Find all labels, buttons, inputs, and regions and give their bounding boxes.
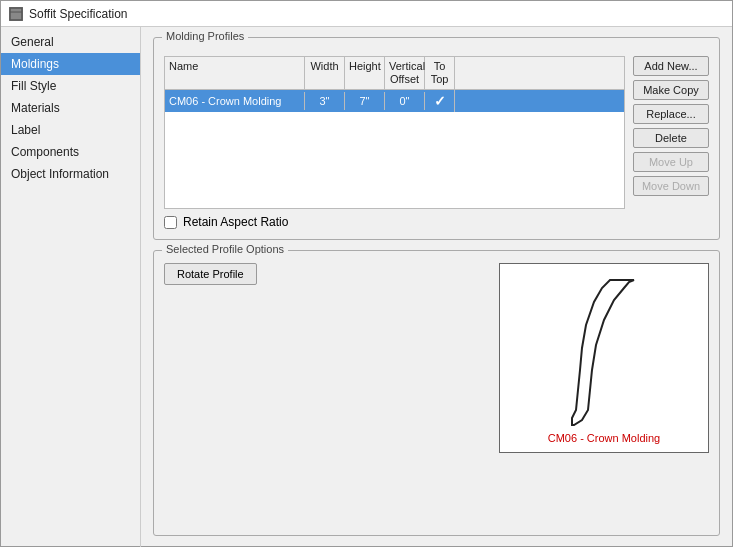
table-header: Name Width Height Vertical Offset To Top [164,56,625,89]
window-icon [9,7,23,21]
col-header-width: Width [305,57,345,89]
preview-label: CM06 - Crown Molding [548,430,660,446]
col-header-name: Name [165,57,305,89]
sidebar-item-label[interactable]: Label [1,119,140,141]
sidebar-item-components[interactable]: Components [1,141,140,163]
main-window: Soffit Specification General Moldings Fi… [0,0,733,547]
sidebar-item-materials[interactable]: Materials [1,97,140,119]
move-down-button[interactable]: Move Down [633,176,709,196]
molding-profiles-content: Name Width Height Vertical Offset To Top [164,56,709,209]
col-header-totop: To Top [425,57,455,89]
row-vertical-offset: 0" [385,92,425,110]
selected-profile-group-label: Selected Profile Options [162,243,288,255]
svg-rect-0 [10,8,22,20]
content-area: General Moldings Fill Style Materials La… [1,27,732,546]
sidebar: General Moldings Fill Style Materials La… [1,27,141,546]
table-row[interactable]: CM06 - Crown Molding 3" 7" 0" ✓ [165,90,624,112]
title-bar: Soffit Specification [1,1,732,27]
selected-profile-group: Selected Profile Options Rotate Profile … [153,250,720,536]
window-title: Soffit Specification [29,7,128,21]
row-totop: ✓ [425,90,455,112]
row-height: 7" [345,92,385,110]
col-header-height: Height [345,57,385,89]
check-icon: ✓ [434,93,446,109]
delete-button[interactable]: Delete [633,128,709,148]
add-new-button[interactable]: Add New... [633,56,709,76]
sidebar-item-object-information[interactable]: Object Information [1,163,140,185]
profile-preview: CM06 - Crown Molding [499,263,709,453]
sidebar-item-moldings[interactable]: Moldings [1,53,140,75]
replace-button[interactable]: Replace... [633,104,709,124]
move-up-button[interactable]: Move Up [633,152,709,172]
molding-profiles-group: Molding Profiles Name Width Height Verti… [153,37,720,240]
molding-profiles-label: Molding Profiles [162,30,248,42]
table-body: CM06 - Crown Molding 3" 7" 0" ✓ [164,89,625,209]
col-header-vertical: Vertical Offset [385,57,425,89]
retain-aspect-checkbox[interactable] [164,216,177,229]
molding-table-area: Name Width Height Vertical Offset To Top [164,56,625,209]
make-copy-button[interactable]: Make Copy [633,80,709,100]
profile-content-row: Rotate Profile CM06 - Crown Molding [164,263,709,453]
sidebar-item-general[interactable]: General [1,31,140,53]
buttons-column: Add New... Make Copy Replace... Delete M… [633,56,709,209]
row-name: CM06 - Crown Molding [165,92,305,110]
row-width: 3" [305,92,345,110]
main-panel: Molding Profiles Name Width Height Verti… [141,27,732,546]
profile-svg [500,270,708,430]
retain-aspect-row: Retain Aspect Ratio [164,215,709,229]
sidebar-divider [140,27,141,546]
sidebar-item-fill-style[interactable]: Fill Style [1,75,140,97]
retain-aspect-label: Retain Aspect Ratio [183,215,288,229]
rotate-profile-button[interactable]: Rotate Profile [164,263,257,285]
molding-shape [572,280,634,425]
